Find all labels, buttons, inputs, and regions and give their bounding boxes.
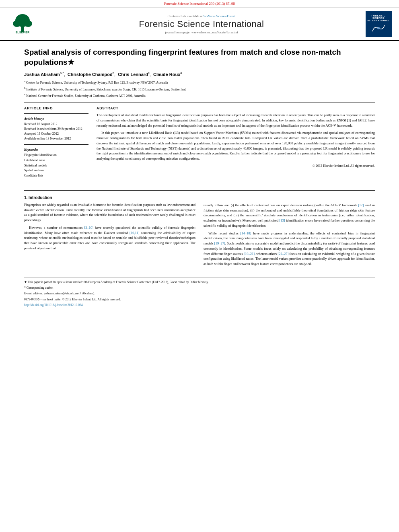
keywords-list: Fingerprint identification Likelihood ra… (24, 153, 88, 179)
body-content: 1. Introduction Fingerprints are widely … (24, 195, 375, 269)
abstract-heading: Abstract (97, 106, 375, 110)
body-right-column: usually follow are: (i) the effects of c… (204, 195, 375, 269)
article-info-dates: Received 16 August 2012 Received in revi… (24, 122, 88, 141)
affil-c: National Centre for Forensic Studies, Un… (26, 94, 146, 98)
affil-a: Centre for Forensic Science, University … (26, 81, 168, 84)
authors-line: Joshua Abrahama,*, Christophe Champodb, … (24, 71, 375, 77)
keywords-divider (24, 144, 88, 145)
star-footnote: ★ This paper is part of the special issu… (24, 280, 375, 284)
intro-text-left: Fingerprints are widely regarded as an i… (24, 202, 195, 251)
body-left-column: 1. Introduction Fingerprints are widely … (24, 195, 195, 269)
corresponding-footnote: * Corresponding author. (24, 286, 375, 290)
abstract-para-2: In this paper, we introduce a new Likeli… (97, 130, 375, 161)
intro-para-2: However, a number of commentators [3–10]… (24, 225, 195, 251)
info-abstract-section: Article Info Article history: Received 1… (24, 106, 375, 185)
intro-para-3: usually follow are: (i) the effects of c… (204, 203, 375, 228)
article-info-column: Article Info Article history: Received 1… (24, 106, 88, 185)
footnote-section: ★ This paper is part of the special issu… (24, 277, 375, 307)
affiliations: a Centre for Forensic Science, Universit… (24, 79, 375, 99)
keyword-2: Likelihood ratio (24, 158, 88, 163)
elsevier-logo: ELSEVIER (6, 12, 39, 35)
copyright-notice: © 2012 Elsevier Ireland Ltd. All rights … (97, 164, 375, 168)
keyword-4: Spatial analysis (24, 168, 88, 173)
journal-reference: Forensic Science International 230 (2013… (0, 0, 399, 8)
sciverse-line: Contents lists available at SciVerse Sci… (39, 14, 364, 18)
main-divider (24, 190, 375, 191)
intro-para-4: While recent studies [14–18] have made p… (204, 231, 375, 267)
email-footnote: E-mail address: joshua.abraham@uts.edu.a… (24, 291, 375, 296)
keyword-5: Candidate lists (24, 173, 88, 179)
revised-date: Received in revised form 29 September 20… (24, 127, 88, 131)
fsi-logo: FORENSIC SCIENCE INTERNATIONAL (364, 11, 393, 37)
svg-point-3 (13, 21, 21, 27)
journal-center: Contents lists available at SciVerse Sci… (39, 14, 364, 34)
intro-para-1: Fingerprints are widely regarded as an i… (24, 202, 195, 223)
main-content: Spatial analysis of corresponding finger… (0, 41, 399, 315)
accepted-date: Accepted 18 October 2012 (24, 131, 88, 136)
svg-point-4 (24, 21, 32, 27)
journal-title: Forensic Science International (39, 19, 364, 29)
header-divider (24, 103, 375, 103)
article-info-divider (24, 113, 88, 114)
article-title: Spatial analysis of corresponding finger… (24, 47, 375, 67)
article-info-heading: Article Info (24, 106, 88, 110)
svg-text:ELSEVIER: ELSEVIER (16, 31, 30, 34)
introduction-heading: 1. Introduction (24, 195, 195, 200)
keywords-label: Keywords: (24, 148, 88, 152)
article-history-label: Article history: (24, 117, 88, 121)
keyword-3: Statistical models (24, 163, 88, 168)
journal-header: ELSEVIER Contents lists available at Sci… (0, 8, 399, 41)
abstract-para-1: The development of statistical models fo… (97, 113, 375, 128)
available-date: Available online 13 November 2012 (24, 136, 88, 141)
keyword-1: Fingerprint identification (24, 153, 88, 158)
intro-text-right: usually follow are: (i) the effects of c… (204, 203, 375, 267)
received-date: Received 16 August 2012 (24, 122, 88, 127)
affil-b: Institute of Forensic Science, Universit… (27, 87, 186, 91)
svg-point-6 (377, 27, 380, 29)
abstract-text: The development of statistical models fo… (97, 113, 375, 168)
doi-footnote: http://dx.doi.org/10.1016/j.forsciint.20… (24, 303, 375, 307)
journal-homepage: journal homepage: www.elsevier.com/locat… (39, 30, 364, 34)
keywords-bottom-divider (24, 182, 88, 182)
abstract-column: Abstract The development of statistical … (97, 106, 375, 185)
issn-footnote: 0379-0738/$ – see front matter © 2012 El… (24, 297, 375, 302)
